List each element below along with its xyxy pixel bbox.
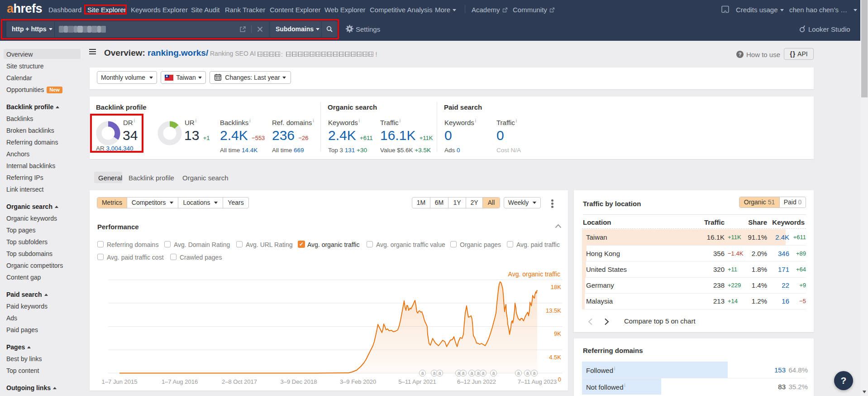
svg-text:?: ? — [739, 52, 742, 57]
